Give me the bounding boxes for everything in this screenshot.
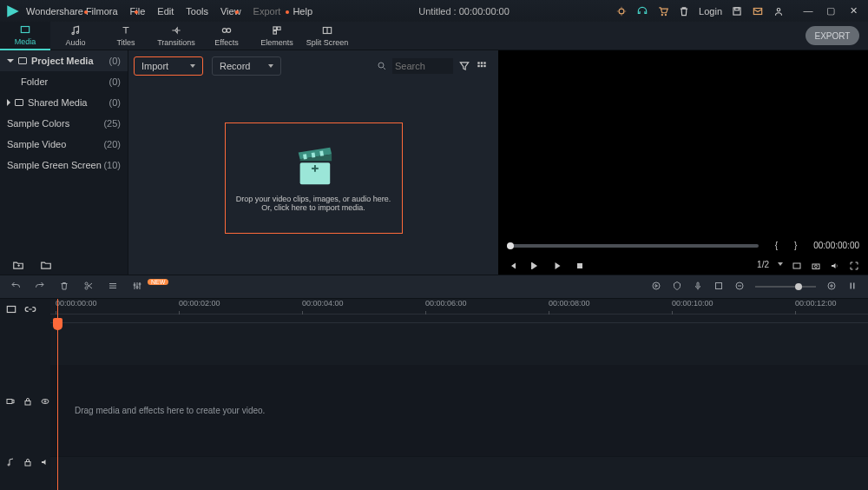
close-button[interactable]: ✕ (844, 5, 863, 17)
sidebar-item-count: (0) (109, 76, 121, 87)
sidebar-item-folder[interactable]: Folder (0) (0, 71, 128, 92)
media-sidebar: Project Media (0) Folder (0) Shared Medi… (0, 50, 128, 275)
app-name: Wondershare Filmora (26, 6, 118, 17)
zoom-in-icon[interactable] (826, 279, 837, 295)
mark-out-icon[interactable]: } (794, 241, 797, 250)
sidebar-item-sample-green[interactable]: Sample Green Screen (10) (0, 155, 128, 175)
mute-icon[interactable] (40, 456, 50, 468)
eye-icon[interactable] (40, 395, 50, 407)
render-icon[interactable] (651, 279, 661, 295)
split-icon[interactable] (83, 279, 94, 295)
folder-icon[interactable] (40, 259, 52, 271)
track-headers (0, 299, 50, 490)
seek-slider[interactable] (507, 244, 759, 248)
record-dropdown[interactable]: Record (212, 56, 281, 76)
list-icon[interactable] (108, 279, 118, 295)
snapshot-icon[interactable] (811, 259, 821, 269)
svg-rect-12 (273, 27, 277, 30)
marker-icon[interactable] (672, 279, 682, 295)
video-track-icon (5, 395, 16, 407)
export-button[interactable]: EXPORT (806, 26, 859, 45)
svg-rect-24 (483, 65, 485, 67)
svg-rect-13 (278, 27, 281, 30)
tab-splitscreen[interactable]: Split Screen (302, 22, 352, 50)
import-dropdown[interactable]: Import (134, 56, 203, 76)
sidebar-item-project-media[interactable]: Project Media (0) (0, 50, 128, 71)
tab-elements[interactable]: Elements (252, 22, 302, 50)
menu-edit[interactable]: Edit (157, 6, 174, 17)
redo-icon[interactable] (35, 279, 45, 295)
search-input[interactable] (392, 58, 453, 74)
trash-icon[interactable] (678, 5, 690, 17)
lock-icon[interactable] (23, 395, 33, 407)
folder-icon (15, 99, 23, 106)
login-link[interactable]: Login (699, 6, 722, 17)
svg-rect-14 (273, 31, 277, 35)
undo-icon[interactable] (10, 279, 21, 295)
tab-titles[interactable]: Titles (101, 22, 151, 50)
link-icon[interactable] (24, 303, 36, 315)
filter-icon[interactable] (458, 60, 470, 72)
volume-icon[interactable] (830, 259, 840, 269)
effects-store-icon[interactable] (615, 5, 628, 17)
ruler-mark: 00:00:00:00 (56, 299, 97, 308)
sidebar-item-shared-media[interactable]: Shared Media (0) (0, 92, 128, 113)
zoom-slider[interactable] (755, 286, 816, 288)
svg-rect-33 (531, 262, 532, 269)
mixer-icon[interactable] (713, 279, 724, 295)
menu-help[interactable]: Help (293, 6, 312, 17)
zoom-out-icon[interactable] (734, 279, 745, 295)
quality-icon[interactable] (792, 259, 802, 269)
svg-point-6 (777, 8, 780, 11)
clapboard-icon (288, 144, 339, 188)
cart-icon[interactable] (657, 5, 669, 17)
tab-effects[interactable]: Effects (201, 22, 252, 50)
track-header-video[interactable] (0, 391, 50, 412)
voiceover-icon[interactable] (693, 279, 703, 295)
playhead[interactable] (57, 299, 58, 490)
sidebar-item-count: (0) (109, 97, 121, 108)
tab-audio[interactable]: Audio (50, 22, 101, 50)
maximize-button[interactable]: ▢ (821, 5, 840, 17)
timeline-tracks[interactable]: 00:00:00:00 00:00:02:00 00:00:04:00 00:0… (50, 299, 868, 490)
svg-rect-51 (716, 283, 722, 289)
fit-icon[interactable] (847, 279, 858, 295)
expand-icon (7, 99, 10, 106)
tab-audio-label: Audio (65, 38, 85, 47)
svg-point-11 (227, 29, 231, 33)
tab-media[interactable]: Media (0, 22, 50, 50)
play-start-icon[interactable] (529, 259, 540, 269)
sidebar-item-count: (0) (109, 56, 121, 66)
delete-icon[interactable] (59, 279, 69, 295)
mark-in-icon[interactable]: { (775, 241, 778, 250)
svg-point-49 (653, 282, 660, 289)
track-header-audio[interactable] (0, 452, 50, 473)
support-icon[interactable] (636, 5, 648, 17)
grid-view-icon[interactable] (476, 60, 488, 72)
stop-icon[interactable] (575, 259, 585, 269)
video-track-1[interactable]: Drag media and effects here to create yo… (50, 365, 868, 457)
tab-transitions[interactable]: Transitions (151, 22, 201, 50)
tab-effects-label: Effects (214, 38, 238, 47)
ruler-mark: 00:00:02:00 (179, 299, 220, 308)
preview-zoom[interactable]: 1/2 (757, 260, 769, 269)
fullscreen-icon[interactable] (849, 259, 859, 269)
menu-tools[interactable]: Tools (186, 6, 208, 17)
save-icon[interactable] (731, 5, 743, 17)
play-icon[interactable] (552, 259, 562, 269)
lock-icon[interactable] (23, 456, 33, 468)
svg-rect-27 (314, 165, 316, 172)
sidebar-item-sample-video[interactable]: Sample Video (20) (0, 134, 128, 155)
chevron-down-icon[interactable] (778, 262, 783, 266)
account-icon[interactable] (773, 5, 785, 17)
time-ruler[interactable]: 00:00:00:00 00:00:02:00 00:00:04:00 00:0… (50, 299, 868, 315)
sidebar-item-sample-colors[interactable]: Sample Colors (25) (0, 113, 128, 134)
prev-frame-icon[interactable] (507, 259, 517, 269)
new-folder-icon[interactable] (12, 259, 24, 271)
timeline-options-icon[interactable] (5, 303, 17, 315)
minimize-button[interactable]: — (799, 5, 818, 17)
message-icon[interactable] (752, 5, 764, 17)
import-dropzone[interactable]: Drop your video clips, images, or audio … (225, 122, 403, 234)
tab-transitions-label: Transitions (157, 38, 195, 47)
settings-icon[interactable] (132, 279, 142, 295)
